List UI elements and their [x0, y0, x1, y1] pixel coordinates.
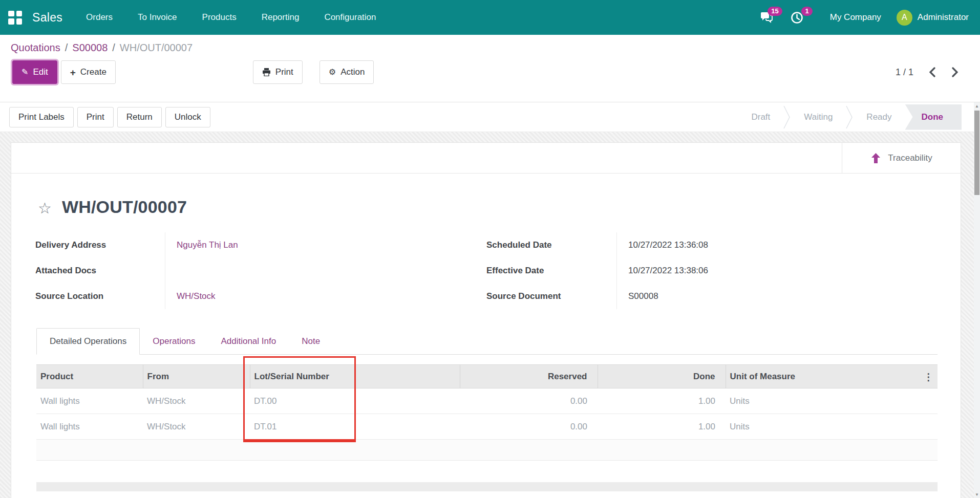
company-switcher[interactable]: My Company — [830, 12, 881, 23]
breadcrumb: Quotations / S00008 / WH/OUT/00007 — [11, 42, 980, 54]
edit-button[interactable]: ✎ Edit — [12, 60, 57, 84]
status-bar: Draft Waiting Ready Done — [738, 104, 962, 130]
scrollbar-up-arrow[interactable]: ▲ — [974, 102, 980, 110]
topbar-right: 15 1 My Company A Administrator — [760, 10, 969, 26]
cell-done[interactable]: 1.00 — [598, 388, 726, 414]
pager: 1 / 1 — [896, 60, 958, 84]
table-footer-band — [36, 440, 938, 461]
column-header-from[interactable]: From — [143, 365, 250, 388]
menu-to-invoice[interactable]: To Invoice — [138, 12, 177, 23]
breadcrumb-s00008[interactable]: S00008 — [72, 42, 108, 54]
column-header-empty — [354, 365, 460, 388]
field-label-attached-docs: Attached Docs — [35, 258, 165, 284]
detailed-operations-table: Product From Lot/Serial Number Reserved … — [36, 364, 938, 461]
traceability-button[interactable]: Traceability — [842, 143, 961, 174]
avatar[interactable]: A — [897, 10, 912, 26]
cell-lot-serial[interactable]: DT.00 — [250, 388, 354, 414]
plus-icon: + — [70, 68, 76, 77]
cell-from[interactable]: WH/Stock — [143, 414, 250, 440]
field-label-scheduled-date: Scheduled Date — [486, 232, 616, 258]
user-menu[interactable]: Administrator — [918, 12, 969, 23]
tab-detailed-operations[interactable]: Detailed Operations — [36, 328, 140, 355]
title-area: ☆ WH/OUT/00007 — [11, 174, 961, 217]
pager-previous-button[interactable] — [929, 67, 936, 77]
cell-reserved[interactable]: 0.00 — [460, 388, 598, 414]
field-group-left: Delivery Address Nguyễn Thị Lan Attached… — [35, 232, 486, 309]
messages-count-badge: 15 — [768, 7, 782, 16]
cell-reserved[interactable]: 0.00 — [460, 414, 598, 440]
chevron-left-icon — [929, 67, 936, 77]
cell-from[interactable]: WH/Stock — [143, 388, 250, 414]
apps-grid-icon[interactable] — [8, 11, 22, 25]
action-button[interactable]: ⚙ Action — [319, 60, 374, 84]
activities-button[interactable]: 1 — [791, 11, 803, 24]
control-panel-buttons: ✎ Edit + Create Print ⚙ Action 1 / 1 — [11, 60, 980, 84]
create-button[interactable]: + Create — [61, 60, 116, 84]
field-value-delivery-address[interactable]: Nguyễn Thị Lan — [165, 232, 486, 258]
status-step-draft[interactable]: Draft — [738, 104, 783, 130]
breadcrumb-quotations[interactable]: Quotations — [11, 42, 60, 54]
field-label-effective-date: Effective Date — [486, 258, 616, 284]
table-row[interactable]: Wall lights WH/Stock DT.00 0.00 1.00 Uni… — [36, 388, 938, 414]
column-header-reserved[interactable]: Reserved — [460, 365, 598, 388]
status-step-done[interactable]: Done — [905, 104, 962, 130]
pencil-icon: ✎ — [22, 68, 28, 76]
messages-button[interactable]: 15 — [760, 11, 773, 24]
control-panel: Quotations / S00008 / WH/OUT/00007 ✎ Edi… — [0, 35, 980, 102]
vertical-scrollbar[interactable]: ▲ ▼ — [974, 102, 980, 498]
notebook-tabs: Detailed Operations Operations Additiona… — [36, 328, 938, 355]
menu-products[interactable]: Products — [202, 12, 237, 23]
optional-columns-icon[interactable]: ⋮ — [924, 371, 933, 382]
print-report-button[interactable]: Print — [77, 107, 114, 127]
print-button[interactable]: Print — [253, 60, 303, 84]
field-value-source-location[interactable]: WH/Stock — [165, 284, 486, 309]
tab-additional-info[interactable]: Additional Info — [208, 328, 289, 354]
printer-icon — [262, 68, 271, 76]
table-row[interactable]: Wall lights WH/Stock DT.01 0.00 1.00 Uni… — [36, 414, 938, 440]
cell-product[interactable]: Wall lights — [36, 388, 143, 414]
form-status-row: Print Labels Print Return Unlock Draft W… — [0, 102, 980, 132]
unlock-button[interactable]: Unlock — [165, 107, 210, 127]
pager-next-button[interactable] — [951, 67, 958, 77]
main-menu: Orders To Invoice Products Reporting Con… — [86, 12, 376, 23]
menu-orders[interactable]: Orders — [86, 12, 113, 23]
cell-lot-serial[interactable]: DT.01 — [250, 414, 354, 440]
button-box: Traceability — [11, 143, 961, 174]
cell-empty — [354, 388, 460, 414]
status-chevron-icon — [846, 104, 853, 130]
status-step-waiting[interactable]: Waiting — [791, 104, 846, 130]
favorite-star-icon[interactable]: ☆ — [38, 201, 52, 217]
top-navigation-bar: Sales Orders To Invoice Products Reporti… — [0, 0, 980, 35]
app-name[interactable]: Sales — [32, 11, 62, 25]
menu-configuration[interactable]: Configuration — [324, 12, 376, 23]
cell-uom[interactable]: Units — [726, 388, 938, 414]
status-step-ready[interactable]: Ready — [853, 104, 905, 130]
tab-operations[interactable]: Operations — [140, 328, 208, 354]
arrow-up-icon — [870, 153, 881, 164]
scrollbar-thumb[interactable] — [974, 111, 979, 195]
return-button[interactable]: Return — [117, 107, 162, 127]
tab-note[interactable]: Note — [289, 328, 333, 354]
print-labels-button[interactable]: Print Labels — [9, 107, 74, 127]
breadcrumb-current: WH/OUT/00007 — [120, 42, 193, 54]
cell-done[interactable]: 1.00 — [598, 414, 726, 440]
menu-reporting[interactable]: Reporting — [262, 12, 300, 23]
field-label-source-document: Source Document — [486, 284, 616, 309]
column-header-product[interactable]: Product — [36, 365, 143, 388]
cell-empty — [354, 414, 460, 440]
field-groups: Delivery Address Nguyễn Thị Lan Attached… — [11, 232, 961, 309]
odoo-app-window: Sales Orders To Invoice Products Reporti… — [0, 0, 980, 498]
column-header-uom[interactable]: Unit of Measure ⋮ — [726, 365, 938, 388]
column-header-done[interactable]: Done — [598, 365, 726, 388]
field-label-source-location: Source Location — [35, 284, 165, 309]
status-chevron-icon — [783, 104, 791, 130]
gear-icon: ⚙ — [329, 68, 336, 76]
field-group-right: Scheduled Date 10/27/2022 13:36:08 Effec… — [486, 232, 938, 309]
scrollbar-down-arrow[interactable]: ▼ — [974, 491, 980, 498]
column-header-lot-serial[interactable]: Lot/Serial Number — [250, 365, 354, 388]
cell-product[interactable]: Wall lights — [36, 414, 143, 440]
chevron-right-icon — [951, 67, 958, 77]
form-action-buttons: Print Labels Print Return Unlock — [9, 107, 210, 127]
cell-uom[interactable]: Units — [726, 414, 938, 440]
next-section-header-bar — [36, 482, 938, 491]
